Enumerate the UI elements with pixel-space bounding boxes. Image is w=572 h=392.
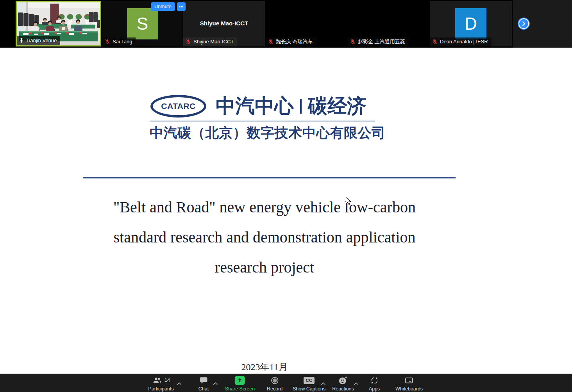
share-screen-icon <box>235 376 245 385</box>
participant-tile-zhao-caijin[interactable]: 赵彩金 上汽通用五菱 <box>348 1 429 46</box>
participants-button[interactable]: 14 Participants <box>148 375 173 392</box>
slide-title-line-1: "Belt and Road" new energy vehicle low-c… <box>52 192 477 222</box>
avatar-letter: S <box>137 14 148 34</box>
participant-name: Tianjin Venue <box>26 37 57 44</box>
participant-name: Shiyue Mao-ICCT <box>193 39 234 45</box>
cc-icon: CC <box>304 377 315 384</box>
participant-name: 赵彩金 上汽通用五菱 <box>358 39 405 45</box>
participant-name: Sai Tang <box>113 39 132 45</box>
avatar: S <box>127 8 158 39</box>
chat-label: Chat <box>198 386 209 392</box>
more-options-button[interactable]: ⋯ <box>177 2 186 11</box>
mic-muted-icon <box>186 39 191 45</box>
nameplate: Tianjin Venue <box>17 36 60 45</box>
pin-icon <box>19 38 24 43</box>
participant-tile-deon-arinaldo[interactable]: D Deon Arinaldo | IESR <box>430 1 512 46</box>
participants-filmstrip: Tianjin Venue Unmute ⋯ S Sai Tang Shiyue… <box>0 0 572 48</box>
slide-title-line-2: standard research and demonstration appl… <box>52 222 477 252</box>
avatar: D <box>455 8 486 39</box>
whiteboard-icon <box>404 376 414 385</box>
mic-muted-icon <box>432 39 438 45</box>
show-captions-label: Show Captions <box>293 386 325 392</box>
participants-count: 14 <box>164 378 170 383</box>
participant-name: Deon Arinaldo | IESR <box>440 39 488 45</box>
share-screen-label: Share Screen <box>225 386 255 392</box>
record-icon <box>270 376 279 385</box>
participant-tile-shiyue-mao[interactable]: Shiyue Mao-ICCT Shiyue Mao-ICCT <box>183 1 265 46</box>
title-divider-line <box>83 177 456 178</box>
participants-icon <box>152 376 162 385</box>
nameplate: Shiyue Mao-ICCT <box>183 37 237 46</box>
apps-button[interactable]: Apps <box>369 375 380 392</box>
company-name: 中汽碳（北京）数字技术中心有限公司 <box>150 124 375 142</box>
mic-muted-icon <box>268 39 273 45</box>
show-captions-button[interactable]: CC Show Captions <box>293 375 325 392</box>
participant-tile-tianjin-venue[interactable]: Tianjin Venue <box>16 1 101 46</box>
apps-icon <box>370 376 379 385</box>
catarc-logo-text: CATARC <box>161 102 196 111</box>
nameplate: Sai Tang <box>102 37 136 46</box>
reactions-label: Reactions <box>332 386 354 392</box>
share-screen-button[interactable]: Share Screen <box>225 375 255 392</box>
cc-badge-text: CC <box>306 378 313 383</box>
chevron-right-icon <box>521 21 526 26</box>
nameplate: 魏长庆 奇瑞汽车 <box>266 37 316 46</box>
chevron-up-icon[interactable] <box>213 380 218 387</box>
apps-label: Apps <box>369 386 380 392</box>
reactions-icon <box>338 376 348 385</box>
avatar-letter: D <box>465 14 477 34</box>
record-label: Record <box>267 386 282 392</box>
slide-title-line-3: research project <box>52 252 477 282</box>
nameplate: Deon Arinaldo | IESR <box>430 37 492 46</box>
display-name: Shiyue Mao-ICCT <box>183 20 265 27</box>
next-participants-button[interactable] <box>518 18 529 29</box>
reactions-button[interactable]: Reactions <box>332 375 354 392</box>
brand-lockup: CATARC 中汽中心 碳经济 <box>150 93 366 119</box>
chevron-up-icon[interactable] <box>177 380 182 387</box>
chat-button[interactable]: Chat <box>198 375 209 392</box>
catarc-logo: CATARC <box>150 95 206 118</box>
brand-tag: 碳经济 <box>308 93 366 119</box>
chat-icon <box>199 376 208 385</box>
chevron-up-icon[interactable] <box>354 380 359 387</box>
whiteboards-label: Whiteboards <box>395 386 423 392</box>
mic-muted-icon <box>105 39 110 45</box>
whiteboards-button[interactable]: Whiteboards <box>395 375 423 392</box>
logo-rule <box>150 121 375 121</box>
nameplate: 赵彩金 上汽通用五菱 <box>348 37 409 46</box>
unmute-button[interactable]: Unmute <box>151 2 175 11</box>
mic-muted-icon <box>350 39 356 45</box>
meeting-toolbar: 14 Participants Chat <box>0 374 572 392</box>
slide-date: 2023年11月 <box>52 361 477 373</box>
participant-tile-wei-changqing[interactable]: 魏长庆 奇瑞汽车 <box>266 1 347 46</box>
zoom-meeting-window: Tianjin Venue Unmute ⋯ S Sai Tang Shiyue… <box>0 0 572 392</box>
brand-divider <box>300 99 302 114</box>
chevron-up-icon[interactable] <box>321 380 326 387</box>
mouse-cursor-icon <box>345 197 352 206</box>
participants-label: Participants <box>148 386 173 392</box>
record-button[interactable]: Record <box>267 375 282 392</box>
slide-title: "Belt and Road" new energy vehicle low-c… <box>52 192 477 282</box>
participant-name: 魏长庆 奇瑞汽车 <box>276 39 313 45</box>
brand-cn: 中汽中心 <box>216 93 294 119</box>
